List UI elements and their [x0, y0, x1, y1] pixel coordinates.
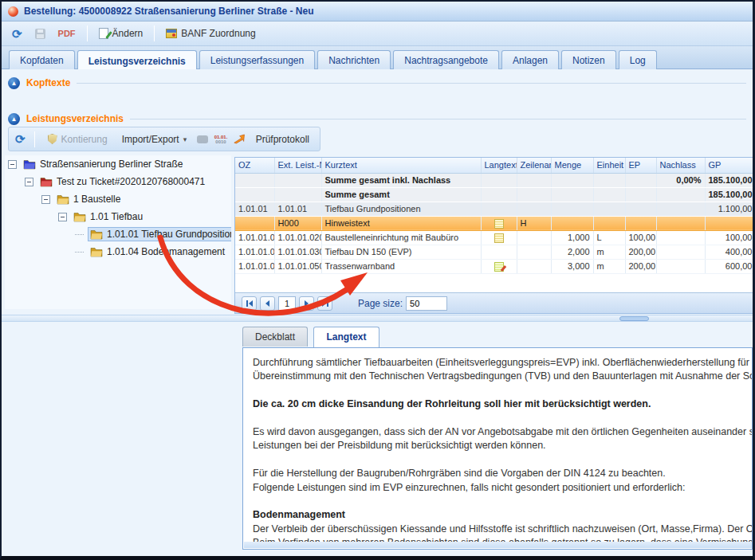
collapse-toggle-icon[interactable]	[25, 178, 33, 186]
tab-nachrichten[interactable]: Nachrichten	[317, 50, 391, 69]
tree-node-chip[interactable]: 1.01.01 Tiefbau Grundpositionen	[88, 227, 231, 241]
column-header-ep[interactable]: EP	[625, 158, 656, 173]
lv-title[interactable]: Leistungsverzeichnis	[26, 113, 124, 124]
langtext-note-icon[interactable]	[494, 233, 504, 243]
collapse-toggle-icon[interactable]	[8, 160, 17, 169]
column-header-einheit[interactable]: Einheit	[593, 158, 625, 173]
tree-node-chip[interactable]: 1 Baustelle	[54, 192, 124, 206]
chevron-down-icon: ▾	[183, 135, 187, 143]
table-cell: 1.01.01	[235, 202, 274, 216]
column-header-kurztext[interactable]: Kurztext	[321, 158, 481, 173]
refresh-icon: ⟳	[12, 29, 22, 39]
column-header-zeilenart[interactable]: Zeilenart	[517, 158, 551, 173]
table-row[interactable]: H000HinweistextH	[235, 216, 755, 230]
table-cell: 1.01.01	[274, 202, 321, 216]
table-cell	[481, 245, 517, 259]
import-export-button[interactable]: Import/Export ▾	[118, 131, 191, 147]
tab-log[interactable]: Log	[619, 50, 657, 69]
table-cell: 185.100,00	[705, 173, 755, 187]
table-cell: 100,00	[705, 230, 755, 245]
langtext-line: Es wird davon ausgegangen, dass sich der…	[253, 425, 752, 439]
table-row[interactable]: 1.01.01.0301.01.01.030Tiefbau DN 150 (EV…	[235, 245, 755, 259]
column-header-menge[interactable]: Menge	[551, 158, 593, 173]
search-binoculars-icon[interactable]	[197, 135, 207, 143]
collapse-toggle-icon[interactable]	[58, 213, 67, 221]
collapse-up-icon[interactable]: ▲	[8, 113, 20, 125]
tree-node-chip[interactable]: 1.01.04 Bodenmanagement	[88, 245, 229, 259]
table-row[interactable]: 1.01.01.0501.01.01.050Trassenwarnband3,0…	[235, 259, 755, 273]
table-body: Summe gesamt inkl. Nachlass0,00%185.100,…	[235, 173, 755, 273]
pager-current-page[interactable]: 1	[278, 296, 296, 311]
pager-next-button[interactable]	[299, 296, 314, 311]
tree-node-chip[interactable]: 1.01 Tiefbau	[71, 210, 147, 224]
tab-langtext[interactable]: Langtext	[313, 327, 379, 347]
langtext-line	[253, 453, 752, 467]
collapse-toggle-icon[interactable]	[41, 195, 50, 204]
folder-icon	[90, 229, 103, 240]
aendern-button[interactable]: Ändern	[95, 25, 147, 41]
tree-node[interactable]: Straßensanierung Berliner Straße	[5, 155, 231, 173]
table-cell: 1.01.01.050	[235, 259, 274, 273]
langtext-line: Bodenmanagement	[253, 508, 752, 522]
horizontal-splitter[interactable]	[2, 315, 753, 322]
horizontal-scrollbar[interactable]	[244, 542, 752, 548]
table-cell: Hinweistext	[321, 216, 481, 230]
tab-deckblatt[interactable]: Deckblatt	[242, 327, 308, 347]
column-header-oz[interactable]: OZ	[235, 158, 274, 173]
table-cell: 1.01.01.030	[235, 245, 274, 259]
langtext-note-icon[interactable]	[494, 219, 504, 229]
kopftexte-title[interactable]: Kopftexte	[26, 77, 70, 88]
tree-node[interactable]: 1 Baustelle	[5, 190, 231, 208]
table-cell: 100,00	[625, 230, 656, 245]
table-row[interactable]: 1.01.011.01.01Tiefbau Grundpositionen1.1…	[235, 202, 755, 216]
save-button[interactable]	[31, 26, 49, 41]
table-cell	[517, 173, 551, 187]
tree-node[interactable]: 1.01 Tiefbau	[5, 208, 231, 225]
table-cell	[517, 245, 551, 259]
column-header-langtext[interactable]: Langtext	[481, 158, 517, 173]
column-header-ext-leist-nr-[interactable]: Ext. Leist.-Nr.	[274, 158, 321, 173]
table-cell	[274, 187, 321, 202]
tree-node[interactable]: 1.01.01 Tiefbau Grundpositionen	[5, 225, 231, 243]
table-cell: m	[593, 245, 625, 259]
table-row[interactable]: Summe gesamt inkl. Nachlass0,00%185.100,…	[235, 173, 755, 187]
collapse-up-icon[interactable]: ▲	[8, 77, 20, 89]
tab-leistungsverzeichnis[interactable]: Leistungsverzeichnis	[77, 50, 197, 70]
tree-node-label: Test zu Ticket#2020120768000471	[57, 176, 205, 187]
page-size-input[interactable]	[406, 296, 447, 311]
tab-nachtragsangebote[interactable]: Nachtragsangebote	[393, 50, 499, 69]
renumber-icon[interactable]: 01.01. 0010	[214, 135, 228, 144]
pager-prev-button[interactable]	[260, 296, 275, 311]
pdf-export-button[interactable]: PDF	[54, 26, 80, 41]
kontierung-button[interactable]: Kontierung	[44, 131, 112, 147]
table-row[interactable]: 1.01.01.0201.01.01.020Baustelleneinricht…	[235, 230, 755, 245]
langtext-line	[253, 495, 752, 508]
column-header-gp[interactable]: GP	[705, 158, 755, 173]
tab-anlagen[interactable]: Anlagen	[501, 50, 559, 69]
table-cell	[593, 187, 625, 202]
tree-node[interactable]: 1.01.04 Bodenmanagement	[5, 243, 231, 260]
tree-node[interactable]: Test zu Ticket#2020120768000471	[5, 173, 231, 190]
tree-node-chip[interactable]: Straßensanierung Berliner Straße	[21, 157, 187, 171]
pager-first-button[interactable]	[242, 296, 257, 311]
langtext-line: Beim Vorfinden von mehreren Bodenschicht…	[253, 536, 752, 542]
splitter-drag-handle[interactable]	[619, 316, 649, 321]
langtext-note-icon[interactable]	[494, 262, 504, 272]
tree-node-label: 1 Baustelle	[73, 194, 120, 205]
lv-toolbar: ⟳ Kontierung Import/Export ▾ 01.01. 0010…	[8, 127, 320, 151]
tab-leistungserfassungen[interactable]: Leistungserfassungen	[199, 50, 315, 69]
langtext-body[interactable]: Durchführung sämtlicher Tiefbauarbeiten …	[244, 349, 752, 542]
table-row[interactable]: Summe gesamt185.100,00	[235, 187, 755, 202]
langtext-line: Der Verbleib der überschüssigen Kiessand…	[253, 523, 752, 536]
tab-kopfdaten[interactable]: Kopfdaten	[9, 50, 75, 69]
refresh-button[interactable]: ⟳	[8, 26, 26, 41]
tree-node-chip[interactable]: Test zu Ticket#2020120768000471	[37, 174, 209, 189]
pager-last-button[interactable]	[317, 296, 332, 311]
column-header-nachlass[interactable]: Nachlass	[656, 158, 705, 173]
tree-node-label: 1.01 Tiefbau	[90, 211, 143, 222]
pruefprotokoll-button[interactable]: Prüfprotokoll	[252, 131, 313, 147]
tab-notizen[interactable]: Notizen	[561, 50, 616, 69]
pruefprotokoll-icon	[234, 133, 245, 145]
refresh-icon[interactable]: ⟳	[15, 134, 26, 144]
banf-zuordnung-button[interactable]: BANF Zuordnung	[162, 25, 259, 41]
